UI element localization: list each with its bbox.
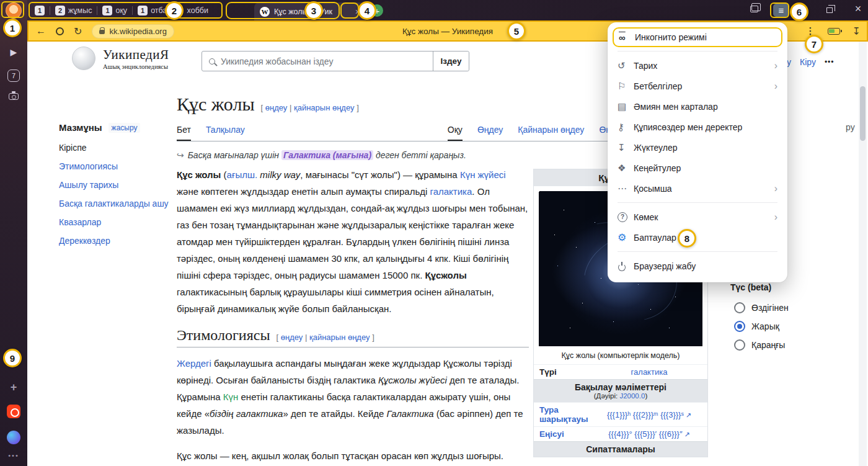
text-run: [ <box>277 333 281 342</box>
tab-talk[interactable]: Талқылау <box>206 125 245 141</box>
screenshot-button[interactable] <box>0 93 27 100</box>
tab-edit[interactable]: Өңдеу <box>477 125 503 141</box>
menu-item-history[interactable]: ↺ Тарих › <box>608 55 787 76</box>
tab-group-3[interactable]: 1 оқу <box>97 6 132 16</box>
radio-icon[interactable] <box>734 302 745 313</box>
signup-link-fragment[interactable]: у <box>787 57 791 67</box>
yandex-icon[interactable] <box>56 27 64 35</box>
toc-item-discovery[interactable]: Ашылу тарихы <box>59 180 170 190</box>
inline-link[interactable]: қайнарын өңдеу <box>294 103 355 112</box>
wiki-menu-button[interactable] <box>52 56 57 61</box>
tab-panels-icon[interactable] <box>750 6 758 12</box>
download-icon[interactable]: ↧ <box>852 25 861 37</box>
inline-link[interactable]: галактика <box>430 186 472 197</box>
text-run: Құсжолы жүйесі <box>378 375 447 385</box>
inline-link[interactable]: Күн <box>223 392 239 402</box>
inline-link[interactable]: өңдеу <box>281 333 303 342</box>
toc-item-sources[interactable]: Дереккөздер <box>59 236 170 246</box>
inline-link[interactable]: Галактика (мағына) <box>281 150 373 160</box>
toc-item-quasars[interactable]: Квазарлар <box>59 217 170 228</box>
window-restore-icon[interactable] <box>826 7 833 13</box>
wiki-search-input[interactable] <box>221 56 433 66</box>
inline-link[interactable]: қайнарын өңдеу <box>309 333 370 342</box>
menu-item-wallet[interactable]: ▤ Әмиян мен карталар <box>608 96 787 117</box>
tab-group-5[interactable]: хобби <box>182 6 213 15</box>
search-button[interactable]: Іздеу <box>433 52 469 71</box>
menu-item-help[interactable]: ? Көмек › <box>608 207 787 227</box>
toc-item-etymology[interactable]: Этимологиясы <box>59 161 170 172</box>
tab-counter-button[interactable]: 7 <box>0 69 27 82</box>
tab-group-2[interactable]: 2 жұмыс <box>50 6 97 16</box>
callout-5: 5 <box>507 22 526 40</box>
inline-link[interactable]: өңдеу <box>265 103 288 112</box>
alice-assistant-button[interactable] <box>0 431 27 444</box>
menu-item-more[interactable]: ⋯ Қосымша › <box>608 178 787 199</box>
menu-item-bookmarks[interactable]: ⚐ Бетбелгілер › <box>608 76 787 96</box>
help-icon: ? <box>618 212 627 222</box>
ra-label[interactable]: Тура шарықтауы <box>539 405 596 424</box>
radio-icon[interactable] <box>734 339 745 351</box>
scrollbar-track[interactable] <box>859 42 867 466</box>
menu-item-extensions[interactable]: ❖ Кеңейтулер <box>608 158 787 178</box>
tab-page[interactable]: Бет <box>177 125 191 141</box>
article-paragraph: Жердегі бақылаушыға аспандағы мыңдаған ж… <box>177 355 529 439</box>
address-bar[interactable]: kk.wikipedia.org <box>92 24 174 38</box>
back-icon[interactable]: ← <box>36 25 46 37</box>
menu-item-close-browser[interactable]: Браузерді жабу <box>608 256 787 276</box>
theme-option-light[interactable]: Жарық <box>734 321 779 332</box>
theme-option-auto[interactable]: Өздігінен <box>734 302 789 313</box>
ra-value[interactable]: {{{1}}}ʰ {{{2}}}ᵐ {{{3}}}ˢ↗ <box>596 410 702 419</box>
scrollbar-thumb[interactable] <box>860 86 866 141</box>
text-run: Галактика <box>387 408 434 419</box>
hatnote-redirect-icon: ↪ <box>177 150 184 160</box>
play-button[interactable]: ▶ <box>0 47 27 57</box>
sidebar-more-button[interactable]: ••• <box>0 452 27 459</box>
browser-menu-button[interactable]: ≡ <box>773 4 789 17</box>
menu-item-incognito[interactable]: ∞ Инкогнито режимі <box>613 27 782 47</box>
toc-hide-link[interactable]: жасыру <box>108 123 141 133</box>
inline-link[interactable]: ағылш. <box>227 169 258 180</box>
text-run: . Ол шамамен екі жүз миллиард жұлдыздан,… <box>177 186 528 280</box>
incognito-icon: ∞ <box>619 32 626 43</box>
more-dots-icon: ••• <box>8 452 19 459</box>
sidebar-add-button[interactable]: + <box>0 381 27 394</box>
tab-edit-source[interactable]: Қайнарын өңдеу <box>518 125 584 141</box>
bookmarks-icon: ⚐ <box>618 81 634 92</box>
toc-item-intro[interactable]: Кіріспе <box>59 143 170 153</box>
lock-icon <box>99 30 105 34</box>
wikipedia-wordmark[interactable]: УикипедиЯ Ашық энциклопедиясы <box>103 47 169 70</box>
chevron-right-icon: › <box>774 183 777 194</box>
infobox-type-value[interactable]: галактика <box>596 367 702 377</box>
menu-item-passwords[interactable]: ⚷ Құпиясөздер мен деректер <box>608 117 787 137</box>
tab-count-badge: 7 <box>7 69 20 82</box>
menu-item-downloads[interactable]: ↧ Жүктеулер <box>608 137 787 158</box>
tab-read[interactable]: Оқу <box>448 125 463 141</box>
dec-label[interactable]: Еңісуі <box>539 429 596 439</box>
toc-item-other-galaxies[interactable]: Басқа галактикаларды ашу <box>59 199 170 209</box>
inline-link[interactable]: Күн жүйесі <box>460 169 506 180</box>
url-text: kk.wikipedia.org <box>109 27 167 36</box>
camera-icon <box>9 93 19 100</box>
chevron-right-icon: › <box>774 60 777 71</box>
refresh-icon[interactable]: ↻ <box>74 25 82 37</box>
theme-option-dark[interactable]: Қараңғы <box>734 339 785 351</box>
profile-avatar-button[interactable] <box>0 2 27 19</box>
text-run: [ <box>261 103 265 112</box>
appearance-hide-fragment[interactable]: ру <box>846 122 855 132</box>
radio-icon[interactable] <box>734 321 745 332</box>
dec-value[interactable]: {{{4}}}° {{{5}}}′ {{{6}}}″↗ <box>596 429 702 439</box>
alice-icon <box>7 431 20 444</box>
page-title[interactable]: Құс жолы — Уикипедия <box>402 27 493 36</box>
menu-divider <box>618 51 777 52</box>
login-link[interactable]: Кіру <box>800 57 816 67</box>
wikipedia-logo[interactable] <box>72 47 95 70</box>
tab-group-1[interactable]: 1 <box>30 6 50 16</box>
callout-7: 7 <box>805 35 823 53</box>
window-close-icon[interactable]: × <box>851 2 866 16</box>
battery-icon[interactable] <box>828 28 840 35</box>
yandex-music-button[interactable] <box>0 405 27 418</box>
inline-link[interactable]: J2000.0 <box>619 392 645 400</box>
header-more-icon[interactable]: ••• <box>825 58 835 66</box>
menu-item-settings[interactable]: ⚙ Баптаулар <box>608 227 787 248</box>
inline-link[interactable]: Жердегі <box>177 358 211 369</box>
